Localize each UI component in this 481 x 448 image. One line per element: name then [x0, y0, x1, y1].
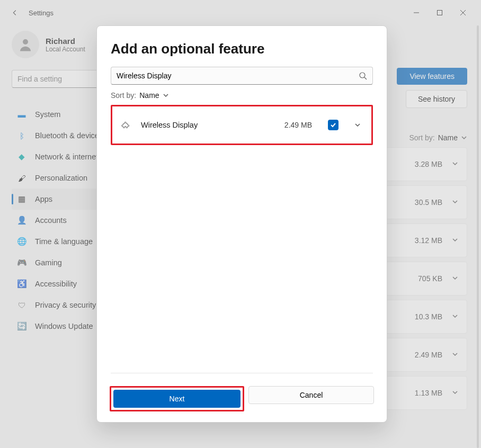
- sort-by-value: Name: [139, 91, 159, 100]
- dialog-search[interactable]: [111, 67, 373, 85]
- next-button[interactable]: Next: [113, 390, 240, 408]
- add-optional-feature-dialog: Add an optional feature Sort by: Name Wi…: [96, 25, 387, 423]
- search-icon: [359, 71, 367, 80]
- feature-result-wireless-display[interactable]: Wireless Display 2.49 MB: [114, 109, 369, 141]
- chevron-down-icon: [163, 92, 169, 98]
- feature-result-size: 2.49 MB: [284, 121, 312, 129]
- highlight-box-result: Wireless Display 2.49 MB: [111, 105, 373, 145]
- dialog-title: Add an optional feature: [111, 41, 373, 57]
- svg-point-3: [360, 73, 365, 78]
- divider: [111, 373, 373, 373]
- feature-checkbox[interactable]: [328, 120, 339, 130]
- puzzle-icon: [121, 120, 131, 130]
- chevron-down-icon[interactable]: [354, 122, 361, 128]
- highlight-box-next: Next: [110, 386, 244, 411]
- sort-by-label: Sort by:: [111, 91, 136, 100]
- dialog-search-input[interactable]: [117, 71, 359, 80]
- dialog-sort-control[interactable]: Sort by: Name: [111, 91, 373, 100]
- feature-result-name: Wireless Display: [141, 121, 275, 129]
- cancel-button[interactable]: Cancel: [248, 386, 374, 404]
- dialog-footer: Next Cancel: [97, 386, 387, 422]
